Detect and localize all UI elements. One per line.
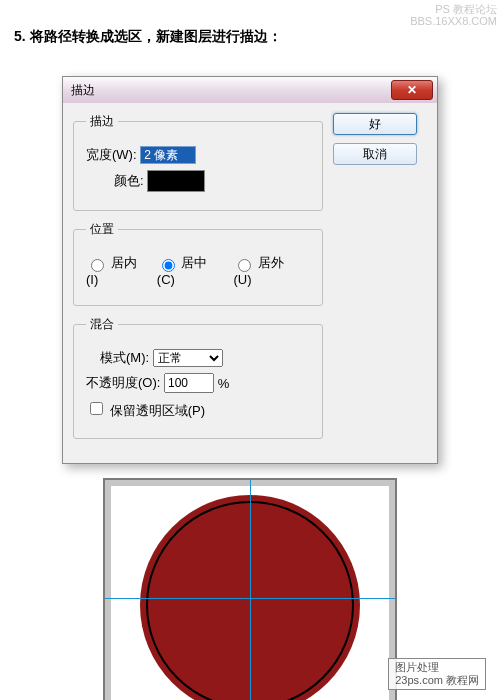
- blending-fieldset: 混合 模式(M): 正常 不透明度(O): %: [73, 316, 323, 439]
- location-legend: 位置: [86, 221, 118, 238]
- close-icon: ✕: [407, 83, 417, 97]
- radio-inside-input[interactable]: [91, 259, 104, 272]
- step-number: 5.: [14, 28, 26, 44]
- width-input[interactable]: [140, 146, 196, 164]
- ok-button[interactable]: 好: [333, 113, 417, 135]
- radio-outside[interactable]: 居外(U): [233, 254, 302, 287]
- mode-select[interactable]: 正常: [153, 349, 223, 367]
- opacity-label: 不透明度(O):: [86, 374, 160, 392]
- stroke-dialog: 描边 ✕ 描边 宽度(W): 颜色:: [62, 76, 438, 464]
- radio-outside-input[interactable]: [238, 259, 251, 272]
- radio-inside[interactable]: 居内(I): [86, 254, 149, 287]
- radio-center[interactable]: 居中(C): [157, 254, 226, 287]
- blending-legend: 混合: [86, 316, 118, 333]
- stroke-legend: 描边: [86, 113, 118, 130]
- close-button[interactable]: ✕: [391, 80, 433, 100]
- preserve-checkbox[interactable]: [90, 402, 103, 415]
- opacity-input[interactable]: [164, 373, 214, 393]
- cancel-button[interactable]: 取消: [333, 143, 417, 165]
- preserve-transparency[interactable]: 保留透明区域(P): [86, 399, 205, 420]
- step-text: 将路径转换成选区，新建图层进行描边：: [30, 28, 282, 44]
- dialog-title: 描边: [71, 82, 95, 99]
- radio-center-input[interactable]: [162, 259, 175, 272]
- width-label: 宽度(W):: [86, 146, 137, 164]
- location-fieldset: 位置 居内(I) 居中(C) 居外(U): [73, 221, 323, 306]
- dialog-titlebar[interactable]: 描边 ✕: [63, 77, 437, 103]
- mode-label: 模式(M):: [100, 349, 149, 367]
- result-canvas: [103, 478, 397, 700]
- guide-vertical: [250, 480, 251, 700]
- top-right-watermark: PS 教程论坛 BBS.16XX8.COM: [410, 3, 497, 27]
- color-label: 颜色:: [114, 172, 144, 190]
- guide-horizontal: [105, 598, 395, 599]
- opacity-unit: %: [218, 376, 230, 391]
- bottom-watermark-box: 图片处理 23ps.com 教程网: [388, 658, 486, 690]
- stroke-fieldset: 描边 宽度(W): 颜色:: [73, 113, 323, 211]
- color-swatch[interactable]: [147, 170, 205, 192]
